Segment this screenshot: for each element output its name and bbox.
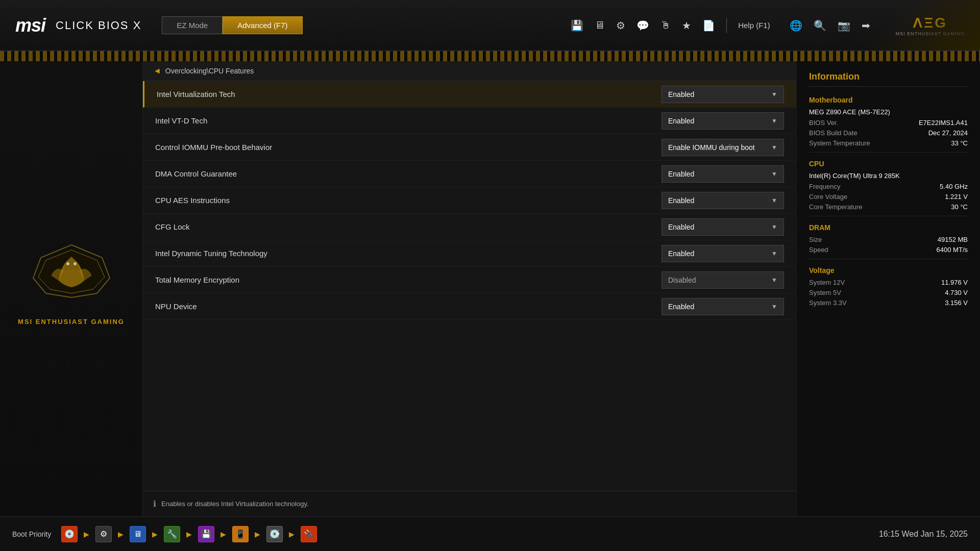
sys33v-label: System 3.3V [809,299,847,307]
separator [726,18,727,33]
boot-device-8[interactable]: 🔌 [301,526,317,542]
info-text: Enables or disables Intel Virtualization… [161,500,309,508]
info-section-dram: DRAM [809,223,968,232]
boot-device-4[interactable]: 🔧 [164,526,180,542]
boot-device-3[interactable]: 🖥 [130,526,146,542]
doc-icon[interactable]: 📄 [702,19,715,32]
setting-dropdown-cfg[interactable]: Enabled ▼ [662,218,784,236]
boot-arrow-1: ▶ [84,530,89,538]
boot-arrow-4: ▶ [186,530,192,538]
boot-device-icon-3: 🖥 [130,526,146,542]
decorative-stripe [0,51,980,61]
motherboard-name: MEG Z890 ACE (MS-7E22) [809,108,968,116]
setting-dropdown-tme[interactable]: Disabled ▼ [662,271,784,289]
bios-build-row: BIOS Build Date Dec 27, 2024 [809,129,968,137]
setting-row-tme[interactable]: Total Memory Encryption Disabled ▼ [143,267,796,293]
save-icon[interactable]: 💾 [571,19,583,32]
fan-icon[interactable]: ⚙ [616,19,625,32]
monitor-icon[interactable]: 🖱 [660,19,671,31]
cpu-temp-label: Core Temperature [809,203,863,211]
setting-row-dma[interactable]: DMA Control Guarantee Enabled ▼ [143,161,796,187]
camera-icon[interactable]: 📷 [838,19,850,32]
msi-enthusiast-logo: ΛΞG [913,15,947,31]
favorites-icon[interactable]: ★ [682,19,691,32]
exit-icon[interactable]: ➡ [862,19,870,32]
sidebar: MSI ENTHUSIAST GAMING [0,61,143,516]
dram-speed-row: Speed 6400 MT/s [809,246,968,254]
boot-arrow-6: ▶ [255,530,260,538]
setting-label-aes: CPU AES Instructions [155,196,230,205]
boot-device-icon-4: 🔧 [164,526,180,542]
bios-build-label: BIOS Build Date [809,129,857,137]
setting-row-cfg[interactable]: CFG Lock Enabled ▼ [143,214,796,240]
divider-1 [809,152,968,153]
dropdown-arrow-cfg: ▼ [771,223,777,231]
setting-row-npu[interactable]: NPU Device Enabled ▼ [143,293,796,320]
setting-row-aes[interactable]: CPU AES Instructions Enabled ▼ [143,187,796,214]
sys-temp-row: System Temperature 33 °C [809,139,968,147]
sys12v-value: 11.976 V [941,279,968,286]
setting-value-dtt: Enabled [668,249,694,258]
divider-3 [809,259,968,259]
bios-ver-label: BIOS Ver. [809,119,838,127]
boot-device-2[interactable]: ⚙ [95,526,112,542]
boot-arrow-2: ▶ [118,530,124,538]
language-icon[interactable]: 🌐 [790,19,802,32]
setting-label-iommu: Control IOMMU Pre-boot Behavior [155,143,272,152]
setting-row-intel-vtd[interactable]: Intel VT-D Tech Enabled ▼ [143,108,796,134]
sys-temp-label: System Temperature [809,139,870,147]
cpu-voltage-row: Core Voltage 1.221 V [809,193,968,201]
boot-device-5[interactable]: 💾 [198,526,214,542]
bios-ver-value: E7E22IMS1.A41 [919,119,968,127]
setting-dropdown-dma[interactable]: Enabled ▼ [662,165,784,183]
dram-speed-label: Speed [809,246,828,254]
settings-list: Intel Virtualization Tech Enabled ▼ Inte… [143,81,796,491]
cpu-temp-value: 30 °C [951,203,968,211]
ez-mode-button[interactable]: EZ Mode [162,16,223,34]
setting-row-iommu[interactable]: Control IOMMU Pre-boot Behavior Enable I… [143,134,796,161]
setting-dropdown-dtt[interactable]: Enabled ▼ [662,245,784,262]
setting-dropdown-aes[interactable]: Enabled ▼ [662,192,784,209]
setting-label-tme: Total Memory Encryption [155,276,239,284]
dropdown-arrow-npu: ▼ [771,303,777,310]
boot-device-7[interactable]: 💽 [266,526,283,542]
setting-dropdown-intel-vtd[interactable]: Enabled ▼ [662,112,784,130]
advanced-mode-button[interactable]: Advanced (F7) [223,16,302,34]
setting-label-intel-vtd: Intel VT-D Tech [155,116,207,125]
memory-icon[interactable]: 💬 [636,19,649,32]
search-icon[interactable]: 🔍 [814,19,826,32]
setting-value-cfg: Enabled [668,223,694,231]
boot-arrow-3: ▶ [152,530,158,538]
info-section-cpu: CPU [809,160,968,168]
msi-brand: ΛΞG MSI ENTHUSIAST GAMING [896,15,965,36]
help-text[interactable]: Help (F1) [738,21,770,30]
setting-value-dma: Enabled [668,170,694,178]
boot-device-icon-5: 💾 [198,526,214,542]
setting-dropdown-npu[interactable]: Enabled ▼ [662,298,784,315]
info-panel-title: Information [809,71,968,87]
setting-row-dtt[interactable]: Intel Dynamic Tuning Technology Enabled … [143,240,796,267]
dram-size-value: 49152 MB [938,236,968,243]
sys5v-value: 4.730 V [945,289,968,296]
dropdown-arrow-aes: ▼ [771,197,777,204]
sidebar-brand-text: MSI ENTHUSIAST GAMING [18,318,125,325]
cpu-icon[interactable]: 🖥 [595,19,605,31]
boot-device-icon-1: 💿 [61,526,78,542]
cpu-voltage-value: 1.221 V [945,193,968,201]
setting-value-aes: Enabled [668,196,694,205]
boot-device-1[interactable]: 💿 [61,526,78,542]
setting-dropdown-intel-virt[interactable]: Enabled ▼ [662,86,784,103]
msi-brand-subtitle: MSI ENTHUSIAST GAMING [896,31,965,36]
header-toolbar: 💾 🖥 ⚙ 💬 🖱 ★ 📄 Help (F1) 🌐 🔍 📷 ➡ [571,18,870,33]
boot-device-6[interactable]: 📱 [232,526,249,542]
header: msi CLICK BIOS X EZ Mode Advanced (F7) 💾… [0,0,980,51]
setting-dropdown-iommu[interactable]: Enable IOMMU during boot ▼ [662,139,784,156]
boot-priority-section: Boot Priority 💿 ▶ ⚙ ▶ 🖥 ▶ 🔧 ▶ 💾 ▶ 📱 ▶ 💽 … [12,526,317,542]
dram-size-row: Size 49152 MB [809,236,968,243]
msi-logo: msi [15,15,45,36]
info-icon: ℹ [153,499,156,509]
setting-row-intel-virt[interactable]: Intel Virtualization Tech Enabled ▼ [143,81,796,108]
breadcrumb-back-button[interactable]: ◄ [153,66,161,76]
cpu-freq-row: Frequency 5.40 GHz [809,183,968,190]
dropdown-arrow-intel-vtd: ▼ [771,117,777,124]
